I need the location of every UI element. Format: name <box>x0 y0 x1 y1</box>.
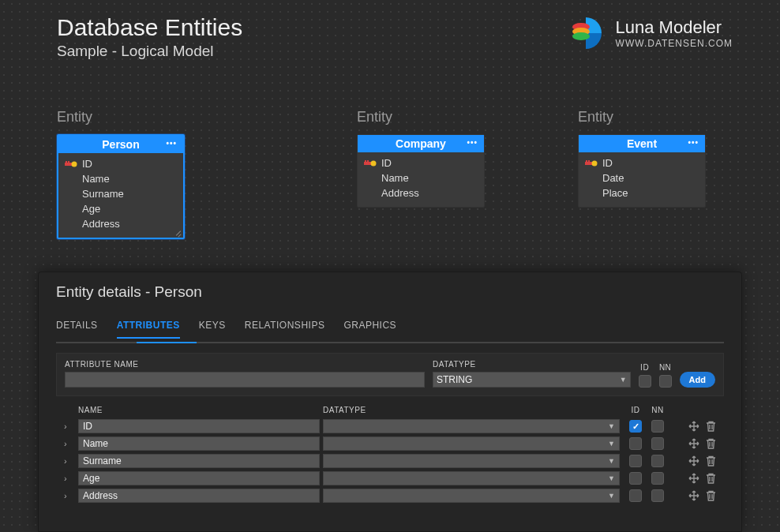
entity-details-panel: Entity details - Person DETAILSATTRIBUTE… <box>38 272 742 532</box>
datatype-select[interactable]: STRING ▼ <box>433 372 631 388</box>
attributes-grid: NAME DATATYPE ID NN ›▼›▼›▼›▼›▼ <box>56 401 724 504</box>
row-datatype-select[interactable]: ▼ <box>323 454 620 468</box>
delete-icon[interactable] <box>706 438 716 449</box>
entity-menu-icon[interactable]: ••• <box>688 138 699 147</box>
row-id-checkbox[interactable] <box>629 472 642 485</box>
nn-checkbox[interactable] <box>659 375 672 388</box>
row-nn-checkbox[interactable] <box>651 420 664 433</box>
entity-header[interactable]: Company••• <box>358 135 484 152</box>
delete-icon[interactable] <box>706 455 716 466</box>
entity-attribute: Place <box>585 185 699 200</box>
chevron-down-icon: ▼ <box>608 492 615 500</box>
row-id-checkbox[interactable] <box>629 455 642 467</box>
grid-row: ›▼ <box>56 418 724 435</box>
delete-icon[interactable] <box>706 421 716 432</box>
entity-label: Entity <box>357 109 392 126</box>
entity-attribute: Address <box>65 216 177 231</box>
tab-attributes[interactable]: ATTRIBUTES <box>117 317 180 339</box>
entity-menu-icon[interactable]: ••• <box>467 138 478 147</box>
svg-rect-14 <box>586 160 587 163</box>
svg-rect-11 <box>367 160 369 163</box>
row-name-input[interactable] <box>78 454 320 468</box>
row-id-checkbox[interactable] <box>629 489 642 502</box>
entity-attribute-name: Place <box>602 187 628 199</box>
primary-key-icon <box>585 174 598 182</box>
entity-menu-icon[interactable]: ••• <box>166 139 177 148</box>
primary-key-icon <box>65 220 77 228</box>
primary-key-icon <box>65 205 77 213</box>
row-id-checkbox[interactable] <box>629 437 642 450</box>
expand-row-icon[interactable]: › <box>64 421 78 431</box>
move-icon[interactable] <box>688 490 699 501</box>
expand-row-icon[interactable]: › <box>64 491 78 500</box>
row-nn-checkbox[interactable] <box>651 472 664 485</box>
chevron-down-icon: ▼ <box>608 457 615 465</box>
move-icon[interactable] <box>688 455 699 466</box>
row-nn-checkbox[interactable] <box>651 455 664 467</box>
primary-key-icon <box>65 175 77 183</box>
entity-name: Person <box>102 138 139 151</box>
tab-relationships[interactable]: RELATIONSHIPS <box>245 317 325 339</box>
entity-attribute-name: Surname <box>82 188 124 200</box>
entity-attribute-name: ID <box>602 157 613 169</box>
entity-attribute: Date <box>585 170 699 185</box>
entity-header[interactable]: Event••• <box>579 135 705 152</box>
row-id-checkbox[interactable] <box>629 420 642 433</box>
row-nn-checkbox[interactable] <box>651 437 664 450</box>
row-name-input[interactable] <box>78 436 320 451</box>
entity-attribute-name: ID <box>82 158 92 170</box>
move-icon[interactable] <box>688 421 699 432</box>
entity-attribute-name: Address <box>381 187 419 199</box>
chevron-down-icon: ▼ <box>608 440 615 448</box>
tab-details[interactable]: DETAILS <box>56 317 98 339</box>
brand-text: Luna Modeler WWW.DATENSEN.COM <box>616 17 733 49</box>
row-datatype-select[interactable]: ▼ <box>323 471 620 485</box>
row-datatype-select[interactable]: ▼ <box>323 489 620 503</box>
svg-rect-6 <box>66 161 67 163</box>
svg-point-3 <box>572 32 590 40</box>
brand-logo-icon <box>567 14 605 52</box>
panel-tabs: DETAILSATTRIBUTESKEYSRELATIONSHIPSGRAPHI… <box>39 309 741 342</box>
tab-graphics[interactable]: GRAPHICS <box>343 317 396 339</box>
add-attribute-button[interactable]: Add <box>680 372 715 388</box>
expand-row-icon[interactable]: › <box>64 474 78 483</box>
id-checkbox[interactable] <box>639 375 651 388</box>
expand-row-icon[interactable]: › <box>64 439 78 448</box>
grid-head-id: ID <box>624 406 647 414</box>
expand-row-icon[interactable]: › <box>64 456 78 466</box>
entity-attribute-name: Date <box>602 172 624 184</box>
chevron-down-icon: ▼ <box>608 474 615 482</box>
move-icon[interactable] <box>688 438 699 449</box>
row-datatype-select[interactable]: ▼ <box>323 436 620 451</box>
grid-row: ›▼ <box>56 470 724 487</box>
delete-icon[interactable] <box>706 473 716 484</box>
brand: Luna Modeler WWW.DATENSEN.COM <box>567 14 733 52</box>
entity-attribute: Age <box>65 201 177 216</box>
chevron-down-icon: ▼ <box>620 376 627 384</box>
entity-box-event[interactable]: Event•••IDDatePlace <box>578 134 706 208</box>
entity-attribute-name: Age <box>82 203 100 215</box>
row-name-input[interactable] <box>78 471 320 485</box>
row-name-input[interactable] <box>78 419 320 433</box>
entity-attribute-name: Address <box>82 218 120 230</box>
page-header: Database Entities Sample - Logical Model <box>57 14 242 60</box>
attribute-name-input[interactable] <box>65 372 425 388</box>
entity-attribute: ID <box>364 155 478 170</box>
entity-box-company[interactable]: Company•••IDNameAddress <box>357 134 485 208</box>
grid-row: ›▼ <box>56 452 724 470</box>
form-label-id: ID <box>640 363 649 372</box>
tab-keys[interactable]: KEYS <box>199 317 226 339</box>
entity-box-person[interactable]: Person•••IDNameSurnameAgeAddress <box>57 134 185 239</box>
attribute-add-form: ATTRIBUTE NAME DATATYPE STRING ▼ ID NN A… <box>56 353 724 396</box>
move-icon[interactable] <box>688 473 699 484</box>
row-datatype-select[interactable]: ▼ <box>323 419 620 433</box>
grid-head-name: NAME <box>78 406 323 414</box>
grid-head-nn: NN <box>647 406 669 414</box>
row-name-input[interactable] <box>78 489 320 503</box>
grid-header: NAME DATATYPE ID NN <box>56 401 724 418</box>
entity-attribute-name: Name <box>82 173 110 185</box>
delete-icon[interactable] <box>706 490 716 501</box>
resize-handle[interactable] <box>174 228 182 236</box>
row-nn-checkbox[interactable] <box>651 489 664 502</box>
entity-header[interactable]: Person••• <box>58 136 183 153</box>
